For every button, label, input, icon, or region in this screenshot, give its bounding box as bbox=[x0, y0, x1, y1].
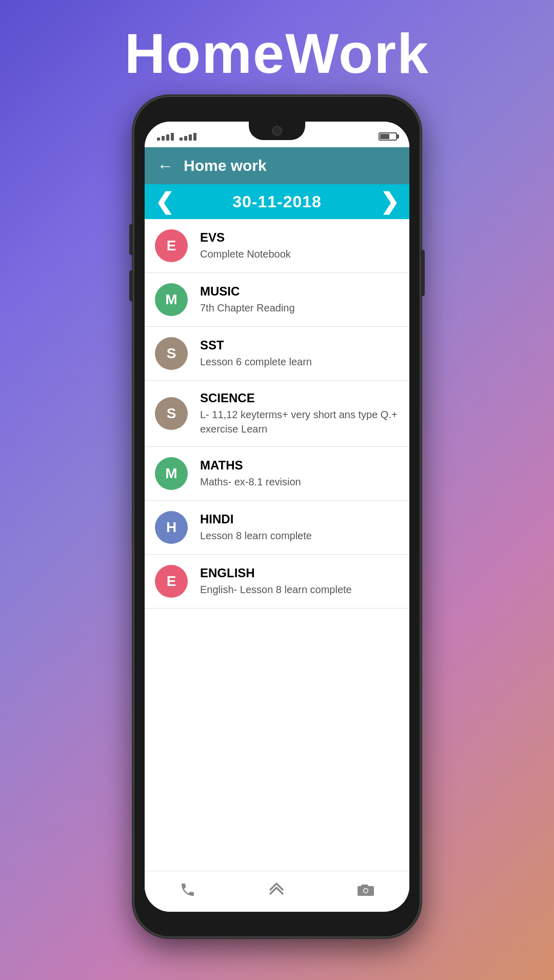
back-button[interactable]: ← bbox=[157, 156, 173, 175]
subject-name: SCIENCE bbox=[200, 391, 399, 405]
subject-name: ENGLISH bbox=[200, 566, 399, 580]
subject-task: Complete Notebook bbox=[200, 247, 399, 261]
subject-info: ENGLISHEnglish- Lesson 8 learn complete bbox=[200, 566, 399, 597]
home-chevron-icon[interactable] bbox=[266, 880, 287, 903]
subject-avatar: E bbox=[155, 565, 188, 598]
subject-avatar: H bbox=[155, 511, 188, 544]
subject-task: Maths- ex-8.1 revision bbox=[200, 475, 399, 489]
subject-task: English- Lesson 8 learn complete bbox=[200, 582, 399, 597]
signal-bar-3 bbox=[166, 134, 169, 141]
subject-task: Lesson 6 complete learn bbox=[200, 355, 399, 369]
subject-item[interactable]: SSCIENCEL- 11,12 keyterms+ very short an… bbox=[145, 381, 409, 447]
subject-task: L- 11,12 keyterms+ very short ans type Q… bbox=[200, 407, 399, 436]
current-date: 30-11-2018 bbox=[232, 192, 322, 211]
subject-info: SSTLesson 6 complete learn bbox=[200, 338, 399, 369]
phone-icon[interactable] bbox=[180, 881, 196, 902]
battery-fill bbox=[380, 134, 389, 139]
phone-mockup: ← Home work ❮ 30-11-2018 ❯ EEVSComplete … bbox=[133, 96, 421, 937]
signal-bar-1 bbox=[157, 138, 160, 141]
subject-info: SCIENCEL- 11,12 keyterms+ very short ans… bbox=[200, 391, 399, 436]
prev-date-button[interactable]: ❮ bbox=[155, 190, 174, 213]
subject-item[interactable]: EENGLISHEnglish- Lesson 8 learn complete bbox=[145, 555, 409, 609]
phone-screen: ← Home work ❮ 30-11-2018 ❯ EEVSComplete … bbox=[145, 122, 409, 912]
signal-bar-8 bbox=[193, 133, 196, 141]
subject-avatar: S bbox=[155, 337, 188, 370]
subject-item[interactable]: MMUSIC7th Chapter Reading bbox=[145, 273, 409, 327]
camera-icon[interactable] bbox=[357, 882, 374, 901]
page-title: HomeWork bbox=[125, 21, 430, 86]
subject-task: Lesson 8 learn complete bbox=[200, 528, 399, 543]
subject-info: MATHSMaths- ex-8.1 revision bbox=[200, 458, 399, 489]
subject-list: EEVSComplete NotebookMMUSIC7th Chapter R… bbox=[145, 219, 409, 871]
subject-info: HINDILesson 8 learn complete bbox=[200, 512, 399, 543]
signal-bar-7 bbox=[189, 134, 192, 141]
signal-bar-4 bbox=[171, 133, 174, 141]
signal-bar-6 bbox=[184, 136, 187, 141]
subject-item[interactable]: SSSTLesson 6 complete learn bbox=[145, 327, 409, 381]
phone-notch bbox=[249, 122, 305, 140]
subject-item[interactable]: HHINDILesson 8 learn complete bbox=[145, 501, 409, 555]
battery-icon bbox=[379, 132, 397, 141]
subject-avatar: E bbox=[155, 229, 188, 262]
subject-name: MUSIC bbox=[200, 284, 399, 299]
subject-info: EVSComplete Notebook bbox=[200, 230, 399, 261]
subject-name: HINDI bbox=[200, 512, 399, 526]
subject-item[interactable]: MMATHSMaths- ex-8.1 revision bbox=[145, 447, 409, 501]
date-navigation: ❮ 30-11-2018 ❯ bbox=[145, 184, 409, 219]
bottom-nav bbox=[145, 871, 409, 912]
subject-info: MUSIC7th Chapter Reading bbox=[200, 284, 399, 315]
subject-avatar: M bbox=[155, 283, 188, 316]
subject-item[interactable]: EEVSComplete Notebook bbox=[145, 219, 409, 273]
signal-bars bbox=[157, 133, 196, 141]
signal-bar-2 bbox=[162, 136, 165, 141]
subject-avatar: S bbox=[155, 397, 188, 430]
subject-avatar: M bbox=[155, 457, 188, 490]
signal-bar-5 bbox=[180, 138, 183, 141]
subject-name: EVS bbox=[200, 230, 399, 245]
next-date-button[interactable]: ❯ bbox=[380, 190, 399, 213]
app-header: ← Home work bbox=[145, 147, 409, 184]
subject-name: MATHS bbox=[200, 458, 399, 473]
subject-task: 7th Chapter Reading bbox=[200, 301, 399, 315]
svg-point-1 bbox=[364, 889, 367, 893]
camera-dot bbox=[272, 126, 282, 136]
screen-title: Home work bbox=[184, 157, 267, 174]
subject-name: SST bbox=[200, 338, 399, 352]
